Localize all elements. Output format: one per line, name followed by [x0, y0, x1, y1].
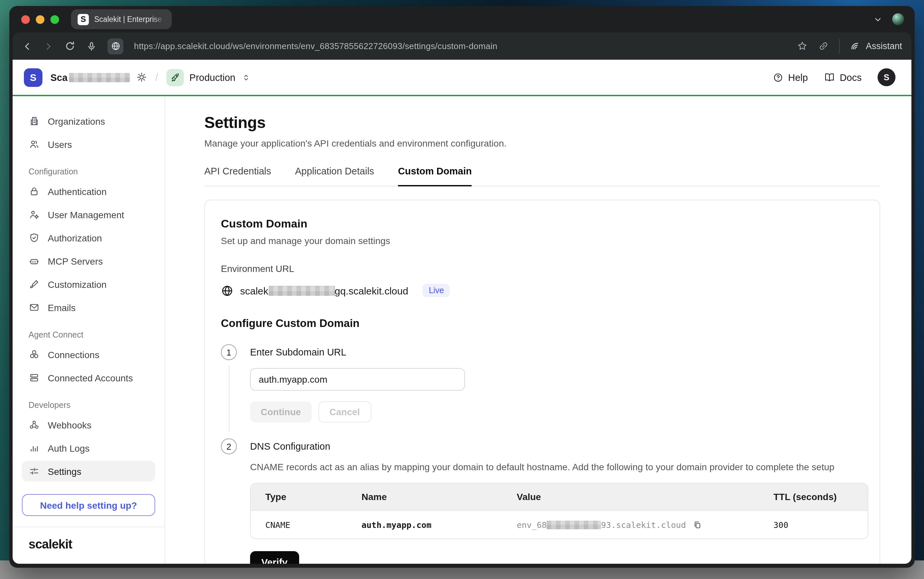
sidebar-item-label: Authorization	[48, 232, 102, 243]
docs-button[interactable]: Docs	[824, 72, 862, 83]
tab-list-chevron-down-icon[interactable]	[873, 14, 883, 24]
sidebar-item-auth-logs[interactable]: Auth Logs	[22, 438, 155, 458]
docs-label: Docs	[840, 72, 862, 83]
tab-api-credentials[interactable]: API Credentials	[204, 166, 271, 186]
tab-favicon: S	[78, 14, 89, 25]
tab-title: Scalekit | Enterprise Ready A	[94, 15, 165, 23]
sidebar-item-label: Authentication	[48, 186, 106, 197]
sidebar-item-connections[interactable]: Connections	[22, 344, 155, 365]
environment-url-value: scalekgq.scalekit.cloud	[240, 285, 408, 296]
production-rocket-icon	[166, 69, 183, 86]
subdomain-input[interactable]	[250, 368, 465, 391]
sidebar-item-label: User Management	[48, 209, 124, 220]
sidebar-item-mcp-servers[interactable]: MCP Servers	[22, 251, 155, 271]
help-label: Help	[788, 72, 808, 83]
assistant-label: Assistant	[866, 41, 902, 51]
dns-record-value: env_6893.scalekit.cloud	[517, 520, 686, 530]
sidebar-item-authentication[interactable]: Authentication	[22, 181, 155, 202]
paintbrush-icon	[28, 278, 40, 290]
dns-record-ttl: 300	[759, 520, 868, 530]
stacked-accounts-icon	[28, 372, 40, 383]
need-help-button[interactable]: Need help setting up?	[22, 494, 155, 516]
step-connector-line	[229, 365, 229, 432]
sidebar-section-developers: Developers	[28, 401, 149, 410]
sidebar-item-label: Organizations	[48, 116, 105, 126]
live-status-badge: Live	[423, 284, 450, 297]
custom-domain-card: Custom Domain Set up and manage your dom…	[204, 200, 880, 564]
dns-record-name: auth.myapp.com	[347, 520, 502, 530]
help-question-icon	[773, 72, 783, 83]
environment-name: Production	[190, 72, 235, 83]
tab-application-details[interactable]: Application Details	[295, 166, 375, 186]
site-info-globe-icon[interactable]	[108, 38, 123, 54]
continue-button[interactable]: Continue	[250, 401, 311, 422]
step-2-number: 2	[221, 438, 237, 454]
urlbar-divider	[839, 39, 840, 53]
assistant-button[interactable]: Assistant	[850, 41, 902, 52]
tab-custom-domain[interactable]: Custom Domain	[398, 166, 472, 186]
globe-icon	[221, 284, 234, 297]
bookmark-star-icon[interactable]	[796, 41, 808, 52]
sidebar-item-customization[interactable]: Customization	[22, 274, 155, 294]
column-header-ttl: TTL (seconds)	[759, 491, 868, 502]
environment-switcher[interactable]: Production	[166, 69, 251, 86]
browser-profile-avatar[interactable]	[892, 13, 904, 25]
column-header-value: Value	[502, 491, 759, 502]
workspace-settings-gear-icon[interactable]	[136, 72, 147, 83]
copy-link-icon[interactable]	[818, 41, 829, 52]
sidebar-item-emails[interactable]: Emails	[22, 297, 155, 318]
bar-chart-icon	[28, 442, 40, 454]
workspace-switcher[interactable]: Sca	[51, 72, 147, 83]
lock-icon	[28, 186, 40, 197]
back-icon[interactable]	[22, 41, 33, 51]
main-content: Settings Manage your application's API c…	[165, 96, 911, 564]
organizations-icon	[28, 115, 40, 127]
environment-chevron-up-down-icon	[242, 73, 251, 82]
scalekit-wordmark: scalekit	[28, 537, 149, 552]
assistant-icon	[850, 41, 861, 52]
card-title: Custom Domain	[221, 218, 863, 231]
sidebar-item-label: MCP Servers	[48, 256, 103, 266]
help-button[interactable]: Help	[773, 72, 808, 83]
environment-url-row: scalekgq.scalekit.cloud Live	[221, 284, 863, 297]
sidebar-item-label: Connections	[48, 349, 100, 360]
sidebar-item-label: Emails	[48, 302, 75, 313]
user-gear-icon	[28, 209, 40, 220]
sidebar-section-agent-connect: Agent Connect	[28, 330, 149, 340]
step-1-number: 1	[221, 344, 237, 360]
microphone-icon[interactable]	[86, 41, 97, 51]
verify-button[interactable]: Verify	[250, 551, 299, 564]
window-controls	[21, 15, 59, 23]
cubes-icon	[28, 349, 40, 360]
dns-records-table: Type Name Value TTL (seconds) CNAME auth…	[250, 483, 868, 539]
sidebar-item-settings[interactable]: Settings	[22, 461, 155, 481]
url-text[interactable]: https://app.scalekit.cloud/ws/environmen…	[134, 41, 786, 51]
minimize-window-button[interactable]	[36, 15, 44, 23]
maximize-window-button[interactable]	[51, 15, 59, 23]
sidebar-item-label: Settings	[48, 466, 81, 476]
sidebar-item-authorization[interactable]: Authorization	[22, 227, 155, 248]
step-1: 1 Enter Subdomain URL Continue Cancel	[221, 344, 863, 432]
breadcrumb-separator: /	[155, 70, 158, 84]
cancel-button[interactable]: Cancel	[318, 401, 371, 422]
shield-check-icon	[28, 232, 40, 244]
sidebar-item-connected-accounts[interactable]: Connected Accounts	[22, 368, 155, 388]
scalekit-logo[interactable]: S	[24, 68, 43, 87]
copy-value-icon[interactable]	[692, 520, 702, 530]
browser-tab[interactable]: S Scalekit | Enterprise Ready A	[71, 9, 172, 29]
browser-url-bar: https://app.scalekit.cloud/ws/environmen…	[13, 33, 911, 60]
step-2-title: DNS Configuration	[250, 438, 863, 454]
sidebar-footer: scalekit	[13, 527, 165, 564]
user-avatar[interactable]: S	[878, 68, 896, 86]
workspace-name: Sca	[51, 72, 68, 83]
sidebar: Organizations Users Configuration Authen…	[13, 96, 165, 564]
close-window-button[interactable]	[21, 15, 30, 23]
sidebar-item-user-management[interactable]: User Management	[22, 204, 155, 225]
envelope-icon	[28, 302, 40, 313]
step-2-description: CNAME records act as an alias by mapping…	[250, 461, 863, 472]
sidebar-item-users[interactable]: Users	[22, 134, 155, 155]
forward-icon[interactable]	[43, 41, 54, 51]
reload-icon[interactable]	[64, 41, 75, 52]
sidebar-item-organizations[interactable]: Organizations	[22, 111, 155, 131]
sidebar-item-webhooks[interactable]: Webhooks	[22, 414, 155, 435]
